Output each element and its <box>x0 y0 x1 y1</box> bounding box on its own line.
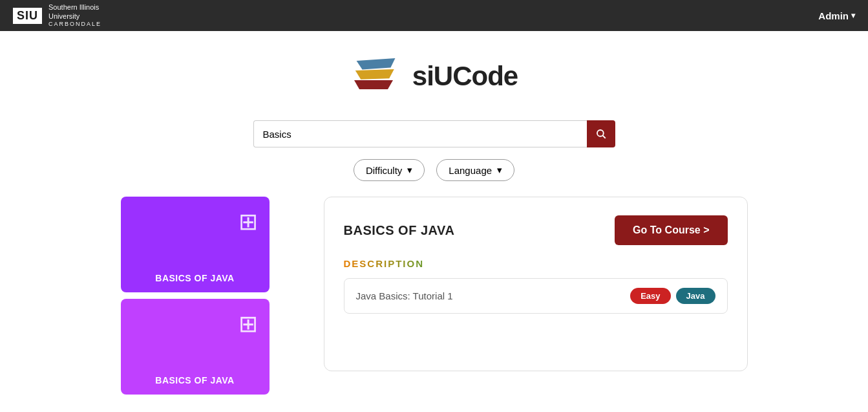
uni-line2: University <box>48 12 101 21</box>
language-chevron-icon: ▾ <box>497 164 502 176</box>
two-col-layout: ⊞ BASICS OF JAVA ⊞ BASICS OF JAVA BASICS… <box>121 197 748 395</box>
course-card-icon-2: ⊞ <box>238 310 258 338</box>
brand: SIU Southern Illinois University CARBOND… <box>13 3 101 28</box>
svg-point-3 <box>597 130 604 136</box>
description-label: DESCRIPTION <box>344 258 728 269</box>
tag-easy: Easy <box>630 288 670 304</box>
logo-area: siUCode <box>350 50 518 102</box>
course-card-list: ⊞ BASICS OF JAVA ⊞ BASICS OF JAVA <box>121 197 308 395</box>
language-filter[interactable]: Language ▾ <box>436 159 514 181</box>
detail-panel: BASICS OF JAVA Go To Course > DESCRIPTIO… <box>324 197 748 371</box>
filters: Difficulty ▾ Language ▾ <box>354 159 514 181</box>
tutorial-row-1[interactable]: Java Basics: Tutorial 1 Easy Java <box>344 278 728 314</box>
uni-line1: Southern Illinois <box>48 3 101 12</box>
main-content: siUCode Difficulty ▾ Language ▾ ⊞ BASICS <box>0 31 868 395</box>
difficulty-chevron-icon: ▾ <box>407 164 412 176</box>
app-title: siUCode <box>412 61 518 92</box>
admin-chevron-icon: ▾ <box>851 11 855 20</box>
difficulty-filter[interactable]: Difficulty ▾ <box>354 159 425 181</box>
siu-logo: SIU <box>13 8 42 24</box>
siucode-logo-icon <box>350 50 402 102</box>
tutorial-tags-1: Easy Java <box>630 288 715 304</box>
difficulty-label: Difficulty <box>366 165 402 176</box>
university-name: Southern Illinois University CARBONDALE <box>48 3 101 28</box>
tutorial-name-1: Java Basics: Tutorial 1 <box>356 290 453 301</box>
search-icon <box>595 128 607 140</box>
carbondale-text: CARBONDALE <box>48 21 101 28</box>
course-card-title-1: BASICS OF JAVA <box>155 273 234 283</box>
logo-light-text: si <box>412 61 434 91</box>
course-card-icon-1: ⊞ <box>238 208 258 235</box>
detail-header: BASICS OF JAVA Go To Course > <box>344 215 728 245</box>
logo-bold-text: UCode <box>434 61 518 91</box>
admin-label: Admin <box>818 10 849 21</box>
course-card-1[interactable]: ⊞ BASICS OF JAVA <box>121 197 270 292</box>
siu-text: SIU <box>17 9 38 22</box>
search-button[interactable] <box>587 120 615 147</box>
detail-course-title: BASICS OF JAVA <box>344 223 455 238</box>
svg-marker-2 <box>354 80 393 89</box>
search-input[interactable] <box>253 120 587 147</box>
detail-panel-col: BASICS OF JAVA Go To Course > DESCRIPTIO… <box>324 197 748 395</box>
search-bar <box>253 120 615 147</box>
svg-line-4 <box>602 136 605 138</box>
goto-course-button[interactable]: Go To Course > <box>615 215 727 245</box>
svg-marker-0 <box>356 58 396 70</box>
admin-menu[interactable]: Admin ▾ <box>818 10 855 21</box>
svg-marker-1 <box>355 69 394 80</box>
navbar: SIU Southern Illinois University CARBOND… <box>0 0 868 31</box>
course-card-title-2: BASICS OF JAVA <box>155 375 234 385</box>
tag-java: Java <box>676 288 715 304</box>
course-card-2[interactable]: ⊞ BASICS OF JAVA <box>121 299 270 395</box>
language-label: Language <box>449 165 492 176</box>
